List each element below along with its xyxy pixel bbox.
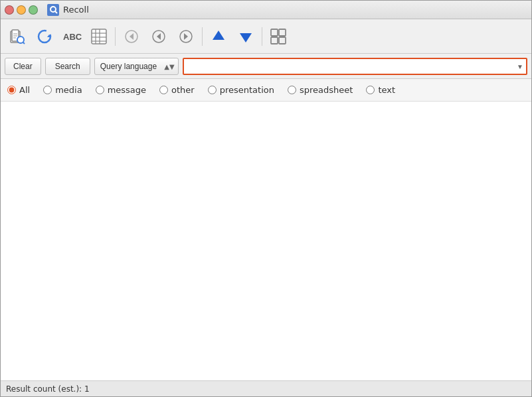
clear-button[interactable]: Clear [5,58,41,75]
toolbar-separator-1 [115,27,116,46]
svg-rect-0 [47,4,59,16]
filter-message-label: message [108,85,146,95]
back-button[interactable] [119,24,144,49]
toolbar: ABC [1,19,531,54]
grid-view-button[interactable] [266,24,291,49]
filter-other-radio[interactable] [159,86,168,94]
filter-spreadsheet-radio[interactable] [288,86,296,94]
toolbar-separator-2 [202,27,203,46]
svg-marker-25 [213,31,224,40]
open-button[interactable] [5,24,30,49]
app-icon [47,4,59,16]
filter-spreadsheet[interactable]: spreadsheet [288,85,353,95]
filter-text-label: text [378,85,395,95]
next-button[interactable] [173,24,199,49]
search-button[interactable]: Search [45,58,90,75]
results-area [1,102,531,380]
search-row: Clear Search Query language Simple searc… [1,54,531,79]
maximize-button[interactable] [29,5,38,15]
svg-line-9 [23,42,25,44]
svg-text:ABC: ABC [63,32,82,42]
filter-all-label: All [19,85,30,95]
prev-button[interactable] [146,24,171,49]
search-input-wrapper: ▼ [183,58,527,75]
svg-marker-22 [157,33,161,40]
refresh-button[interactable] [32,24,57,49]
filter-presentation[interactable]: presentation [208,85,274,95]
window-controls [5,5,38,15]
filter-all[interactable]: All [7,85,30,95]
svg-rect-13 [92,29,106,44]
app-window: Recoll ABC [0,0,532,397]
svg-rect-28 [279,29,286,36]
statusbar: Result count (est.): 1 [1,380,531,396]
arrow-down-button[interactable] [233,24,258,49]
arrow-up-button[interactable] [206,24,231,49]
search-input[interactable] [183,58,527,75]
filter-all-radio[interactable] [7,86,16,94]
query-mode-select[interactable]: Query language Simple search Advanced se… [94,58,179,75]
filter-text[interactable]: text [366,85,395,95]
status-text: Result count (est.): 1 [6,384,90,394]
close-button[interactable] [5,5,14,15]
filter-message-radio[interactable] [96,86,104,94]
filter-row: All media message other presentation spr… [1,79,531,102]
filter-media-radio[interactable] [43,86,52,94]
titlebar: Recoll [1,1,531,19]
index-button[interactable] [86,24,112,49]
filter-presentation-radio[interactable] [208,86,217,94]
spell-button[interactable]: ABC [59,24,84,49]
svg-rect-27 [271,29,278,36]
filter-text-radio[interactable] [366,86,375,94]
svg-rect-29 [271,37,278,44]
filter-message[interactable]: message [96,85,146,95]
window-title: Recoll [63,5,89,15]
query-mode-wrapper: Query language Simple search Advanced se… [94,58,179,75]
toolbar-separator-3 [262,27,262,46]
filter-other[interactable]: other [159,85,195,95]
svg-marker-24 [184,33,188,40]
filter-other-label: other [171,85,195,95]
filter-media-label: media [55,85,82,95]
svg-rect-30 [279,37,286,44]
filter-spreadsheet-label: spreadsheet [300,85,353,95]
minimize-button[interactable] [17,5,26,15]
filter-presentation-label: presentation [220,85,274,95]
search-dropdown-button[interactable]: ▼ [515,62,525,70]
svg-marker-20 [130,33,133,40]
filter-media[interactable]: media [43,85,82,95]
svg-marker-26 [240,33,252,42]
